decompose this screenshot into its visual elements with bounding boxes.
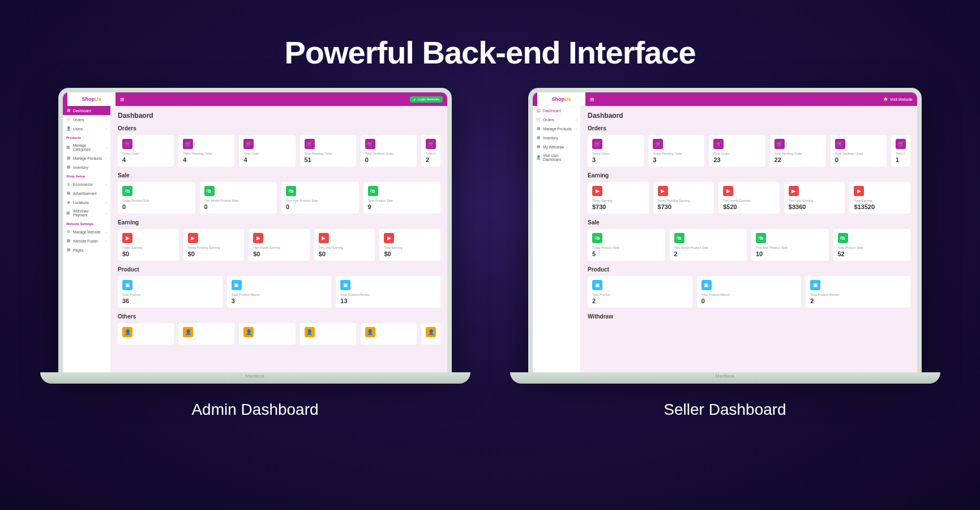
stat-card[interactable]: ▶This Year Earning$3360	[784, 182, 845, 214]
sidebar-item[interactable]: ▦Manage Categories›	[63, 141, 110, 154]
sidebar-label: Advertisement	[73, 192, 97, 196]
stat-card[interactable]: 🛒Total Pending Order51	[300, 135, 356, 167]
stat-card[interactable]: ▣Total Product36	[118, 276, 222, 308]
card-value: 22	[774, 156, 821, 163]
sidebar-item[interactable]: ▦Withdraw Payment›	[63, 207, 110, 219]
sidebar-item[interactable]: ▦Dashboard	[63, 106, 110, 115]
card-value: 23	[713, 156, 760, 163]
stat-card[interactable]: 👤	[421, 323, 440, 345]
stat-card[interactable]: 🛍Today Product Sale5	[588, 229, 665, 261]
stat-card[interactable]: ▶Total Earning$0	[379, 229, 440, 261]
stat-card[interactable]: 🛒Total Order23	[709, 135, 765, 167]
stat-card[interactable]: ▶This month Earning$520	[718, 182, 780, 214]
card-icon: ▶	[723, 186, 733, 196]
stat-card[interactable]: 🛒Total Complete2	[421, 135, 440, 167]
stat-card[interactable]: 🛍This Month Product Sale0	[200, 182, 277, 214]
stat-card[interactable]: 🛍This Year Product Sale10	[751, 229, 829, 261]
sidebar-item[interactable]: $Ecommerce›	[63, 180, 110, 189]
card-label: Total Earning	[854, 199, 906, 202]
sidebar-item[interactable]: ▦Inventory	[533, 133, 580, 142]
sidebar-item[interactable]: ◉Locations›	[63, 198, 110, 207]
sidebar-item[interactable]: ▦Manage Products›	[533, 124, 580, 133]
stat-card[interactable]: 🛍Today Product Sale0	[118, 182, 195, 214]
stat-card[interactable]: ▣Total Product Review13	[336, 276, 440, 308]
card-row: 🛒Today Order3🛒Today Pending Order3🛒Total…	[588, 135, 910, 167]
sidebar-label: Manage Website	[73, 230, 101, 234]
stat-card[interactable]: 🛒Today Order4	[118, 135, 174, 167]
stat-card[interactable]: 🛒Total Declined Order0	[831, 135, 887, 167]
sidebar-item[interactable]: 👤Visit User Dashboard	[533, 151, 580, 164]
stat-card[interactable]: 🛒Total Order4	[239, 135, 295, 167]
card-label: Today Pending Earning	[188, 246, 240, 249]
sidebar-item[interactable]: ▦Website Footer›	[63, 236, 110, 245]
stat-card[interactable]: ▶This month Earning$0	[249, 229, 310, 261]
hero-title: Powerful Back-end Interface	[0, 0, 980, 71]
card-icon: 👤	[183, 327, 193, 337]
logo[interactable]: ShopUs	[67, 92, 115, 106]
stat-card[interactable]: ▣Total Product Review2	[806, 276, 910, 308]
card-icon: 🛒	[774, 139, 785, 149]
stat-card[interactable]: 🛒Today Pending Order3	[648, 135, 704, 167]
card-value: $0	[188, 250, 240, 257]
sidebar-label: Dashboard	[543, 109, 561, 113]
stat-card[interactable]: ▣Total Product Report3	[227, 276, 332, 308]
card-icon: ▣	[232, 280, 242, 290]
chevron-right-icon: ›	[106, 239, 107, 243]
card-label: This Year Product Sale	[286, 199, 354, 202]
stat-card[interactable]: 👤	[300, 323, 356, 345]
section-title: Withdraw	[588, 313, 910, 320]
card-label: This Year Earning	[789, 199, 841, 202]
card-value: $730	[658, 203, 710, 210]
stat-card[interactable]: 🛍Total Product Sale9	[363, 182, 441, 214]
stat-card[interactable]: ▶Today Earning$730	[588, 182, 649, 214]
stat-card[interactable]: 👤	[178, 323, 234, 345]
stat-card[interactable]: ▣Total Product Report0	[697, 276, 802, 308]
card-row: 🛍Today Product Sale5🛍This Month Product …	[588, 229, 910, 261]
sidebar-item[interactable]: 🏠Dashboard	[533, 106, 580, 115]
sidebar-item[interactable]: ▦Manage Products›	[63, 154, 110, 163]
sidebar-item[interactable]: 🛒Orders›	[533, 115, 580, 124]
card-icon: ▣	[592, 280, 602, 290]
card-label: Total Product Sale	[368, 199, 436, 202]
stat-card[interactable]: ▶Today Earning$0	[118, 229, 179, 261]
section-title: Orders	[118, 125, 440, 131]
card-row: ▣Total Product2▣Total Product Report0▣To…	[588, 276, 910, 308]
login-pill[interactable]: ✔Login features	[410, 96, 443, 103]
card-value: 0	[365, 156, 412, 163]
stat-card[interactable]: 👤	[118, 323, 174, 345]
stat-card[interactable]: 👤	[239, 323, 295, 345]
stat-card[interactable]: ▣Total Product2	[588, 276, 692, 308]
stat-card[interactable]: ▶Today Pending Earning$730	[653, 182, 714, 214]
card-icon: 🛒	[896, 139, 906, 149]
sidebar-item[interactable]: ⚙Manage Website›	[63, 227, 110, 236]
stat-card[interactable]: 🛒Today Pending Order4	[178, 135, 234, 167]
sidebar-item[interactable]: 🛒Orders›	[63, 115, 110, 124]
card-label: Total Order	[713, 152, 760, 155]
stat-card[interactable]: 🛒Today Order3	[588, 135, 644, 167]
stat-card[interactable]: 🛍This Year Product Sale0	[281, 182, 359, 214]
card-value: 3	[232, 298, 327, 304]
stat-card[interactable]: ▶This Year Earning$0	[314, 229, 375, 261]
visit-website[interactable]: 🏠Visit Website	[883, 97, 913, 101]
stat-card[interactable]: 🛒Total Declined Order0	[361, 135, 417, 167]
hamburger-icon[interactable]: ≡	[120, 95, 125, 104]
sidebar-icon: 🏠	[536, 108, 541, 113]
sidebar-item[interactable]: ▦Pages	[63, 245, 110, 254]
card-value: 5	[592, 250, 661, 257]
stat-card[interactable]: 🛒Total Pending Order22	[770, 135, 826, 167]
sidebar-item[interactable]: 👤Users›	[63, 124, 110, 133]
card-label: Total Order	[243, 152, 290, 155]
hamburger-icon[interactable]: ≡	[590, 95, 594, 104]
stat-card[interactable]: 🛍This Month Product Sale2	[670, 229, 747, 261]
stat-card[interactable]: 👤	[361, 323, 417, 345]
stat-card[interactable]: ▶Today Pending Earning$0	[183, 229, 245, 261]
card-icon: ▣	[340, 280, 350, 290]
sidebar-item[interactable]: ▦My Withdraw	[533, 142, 580, 151]
stat-card[interactable]: 🛒Total C1	[891, 135, 910, 167]
stat-card[interactable]: 🛍Total Product Sale52	[833, 229, 911, 261]
stat-card[interactable]: ▶Total Earning$13520	[849, 182, 910, 214]
card-icon: ▶	[658, 186, 668, 196]
sidebar-item[interactable]: ▦Inventory	[63, 163, 110, 172]
sidebar-item[interactable]: ▦Advertisement	[63, 189, 110, 198]
logo[interactable]: ShopUs	[537, 92, 585, 106]
